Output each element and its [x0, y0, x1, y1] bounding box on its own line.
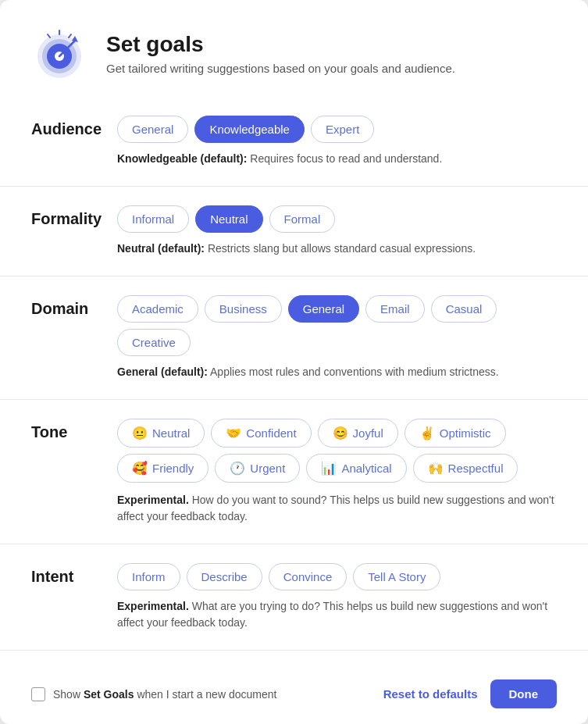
- domain-label: Domain: [31, 295, 117, 318]
- tone-optimistic-label: Optimistic: [440, 426, 491, 440]
- friendly-emoji: 🥰: [132, 461, 148, 476]
- optimistic-emoji: ✌️: [419, 426, 435, 440]
- tone-friendly-button[interactable]: 🥰 Friendly: [117, 454, 208, 483]
- domain-casual-button[interactable]: Casual: [431, 295, 497, 323]
- footer-left: Show Set Goals when I start a new docume…: [31, 687, 276, 701]
- footer: Show Set Goals when I start a new docume…: [0, 664, 588, 724]
- formality-description-text: Restricts slang but allows standard casu…: [205, 242, 476, 255]
- audience-description-text: Requires focus to read and understand.: [247, 152, 442, 165]
- intent-tell-story-button[interactable]: Tell A Story: [353, 563, 440, 590]
- show-goals-checkbox[interactable]: [31, 687, 45, 701]
- intent-content: Inform Describe Convince Tell A Story Ex…: [117, 563, 557, 631]
- tone-content: 😐 Neutral 🤝 Confident 😊 Joyful ✌️ Optimi…: [117, 419, 557, 525]
- tone-respectful-label: Respectful: [448, 462, 504, 475]
- tone-section: Tone 😐 Neutral 🤝 Confident 😊 Joyful: [0, 400, 588, 544]
- formality-content: Informal Neutral Formal Neutral (default…: [117, 205, 557, 257]
- tone-urgent-label: Urgent: [250, 462, 285, 475]
- formality-buttons: Informal Neutral Formal: [117, 205, 557, 233]
- tone-description: Experimental. How do you want to sound? …: [117, 492, 557, 525]
- formality-description: Neutral (default): Restricts slang but a…: [117, 241, 557, 257]
- domain-description-text: Applies most rules and conventions with …: [208, 366, 499, 378]
- audience-expert-button[interactable]: Expert: [311, 116, 374, 143]
- tone-description-bold: Experimental.: [117, 494, 189, 506]
- joyful-emoji: 😊: [333, 426, 348, 440]
- analytical-emoji: 📊: [321, 461, 337, 476]
- svg-line-7: [69, 34, 71, 37]
- audience-label: Audience: [31, 116, 117, 138]
- tone-friendly-label: Friendly: [152, 462, 194, 475]
- intent-describe-button[interactable]: Describe: [187, 563, 262, 590]
- audience-content: General Knowledgeable Expert Knowledgeab…: [117, 116, 557, 167]
- intent-label: Intent: [31, 563, 117, 586]
- tone-confident-button[interactable]: 🤝 Confident: [211, 419, 311, 448]
- intent-description: Experimental. What are you trying to do?…: [117, 598, 557, 631]
- intent-description-bold: Experimental.: [117, 600, 189, 612]
- audience-general-button[interactable]: General: [117, 116, 188, 143]
- page-title: Set goals: [106, 32, 455, 57]
- header-text: Set goals Get tailored writing suggestio…: [106, 32, 455, 75]
- intent-convince-button[interactable]: Convince: [269, 563, 347, 590]
- domain-description-bold: General (default):: [117, 366, 208, 378]
- tone-neutral-button[interactable]: 😐 Neutral: [117, 419, 205, 448]
- footer-checkbox-bold: Set Goals: [84, 688, 134, 701]
- domain-academic-button[interactable]: Academic: [117, 295, 198, 323]
- formality-neutral-button[interactable]: Neutral: [195, 205, 262, 233]
- tone-joyful-label: Joyful: [353, 426, 383, 440]
- formality-formal-button[interactable]: Formal: [269, 205, 336, 233]
- svg-line-8: [48, 34, 50, 37]
- domain-description: General (default): Applies most rules an…: [117, 364, 557, 380]
- reset-button[interactable]: Reset to defaults: [383, 687, 478, 701]
- tone-urgent-button[interactable]: 🕐 Urgent: [215, 454, 300, 483]
- urgent-emoji: 🕐: [230, 461, 245, 476]
- footer-checkbox-plain: Show: [53, 688, 84, 701]
- audience-buttons: General Knowledgeable Expert: [117, 116, 557, 143]
- domain-creative-button[interactable]: Creative: [117, 329, 191, 356]
- set-goals-card: Set goals Get tailored writing suggestio…: [0, 0, 588, 724]
- audience-description: Knowledgeable (default): Requires focus …: [117, 151, 557, 167]
- footer-right: Reset to defaults Done: [383, 679, 557, 708]
- tone-analytical-label: Analytical: [341, 462, 391, 475]
- audience-description-bold: Knowledgeable (default):: [117, 152, 247, 165]
- done-button[interactable]: Done: [490, 679, 558, 708]
- domain-general-button[interactable]: General: [288, 295, 359, 323]
- tone-neutral-label: Neutral: [152, 426, 190, 440]
- respectful-emoji: 🙌: [428, 461, 444, 476]
- intent-buttons: Inform Describe Convince Tell A Story: [117, 563, 557, 590]
- tone-respectful-button[interactable]: 🙌 Respectful: [413, 454, 519, 483]
- tone-row1: 😐 Neutral 🤝 Confident 😊 Joyful ✌️ Optimi…: [117, 419, 557, 448]
- formality-description-bold: Neutral (default):: [117, 242, 205, 255]
- tone-label: Tone: [31, 419, 117, 441]
- formality-label: Formality: [31, 205, 117, 228]
- confident-emoji: 🤝: [226, 426, 241, 440]
- domain-email-button[interactable]: Email: [365, 295, 425, 323]
- formality-informal-button[interactable]: Informal: [117, 205, 189, 233]
- tone-joyful-button[interactable]: 😊 Joyful: [318, 419, 398, 448]
- domain-content: Academic Business General Email Casual C…: [117, 295, 557, 380]
- footer-checkbox-label: Show Set Goals when I start a new docume…: [53, 688, 276, 701]
- neutral-emoji: 😐: [132, 426, 148, 440]
- tone-buttons-container: 😐 Neutral 🤝 Confident 😊 Joyful ✌️ Optimi…: [117, 419, 557, 483]
- audience-section: Audience General Knowledgeable Expert Kn…: [0, 97, 588, 187]
- intent-inform-button[interactable]: Inform: [117, 563, 180, 590]
- tone-row2: 🥰 Friendly 🕐 Urgent 📊 Analytical 🙌 Respe…: [117, 454, 557, 483]
- formality-section: Formality Informal Neutral Formal Neutra…: [0, 187, 588, 276]
- footer-checkbox-end: when I start a new document: [134, 688, 277, 701]
- audience-knowledgeable-button[interactable]: Knowledgeable: [194, 116, 305, 143]
- tone-confident-label: Confident: [246, 426, 296, 440]
- tone-analytical-button[interactable]: 📊 Analytical: [306, 454, 406, 483]
- page-subtitle: Get tailored writing suggestions based o…: [106, 62, 455, 75]
- domain-buttons: Academic Business General Email Casual C…: [117, 295, 557, 356]
- domain-business-button[interactable]: Business: [205, 295, 282, 323]
- tone-optimistic-button[interactable]: ✌️ Optimistic: [404, 419, 506, 448]
- intent-section: Intent Inform Describe Convince Tell A S…: [0, 544, 588, 651]
- header: Set goals Get tailored writing suggestio…: [0, 0, 588, 97]
- domain-section: Domain Academic Business General Email C…: [0, 276, 588, 400]
- set-goals-icon: [31, 25, 87, 81]
